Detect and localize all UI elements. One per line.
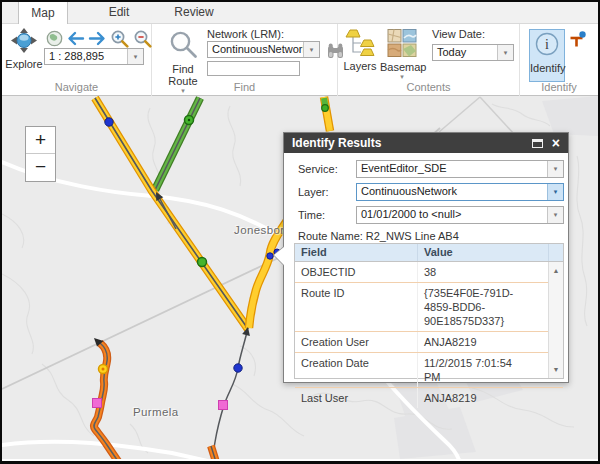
green-route[interactable] [155,98,200,190]
table-row[interactable]: OBJECTID 38 [295,262,563,282]
identify-route-location-icon[interactable] [568,31,587,53]
blue-point-marker [234,364,242,372]
identify-button[interactable]: i Identify [529,29,565,82]
full-extent-globe-icon[interactable] [46,30,63,47]
chevron-down-icon[interactable]: ▾ [547,184,563,200]
zoom-out-icon[interactable] [133,29,153,48]
tab-edit[interactable]: Edit [88,2,150,23]
time-label: Time: [298,206,325,224]
layers-icon [345,42,375,59]
attribute-table: Field Value OBJECTID 38 Route ID {735E4F… [294,243,564,379]
table-row[interactable]: Last User ANJA8219 [295,387,563,408]
maximize-icon[interactable] [532,139,543,148]
panel-title: Identify Results [284,136,532,150]
orange-route[interactable] [93,338,121,459]
pink-square-marker [219,401,228,410]
table-row[interactable]: Creation Date 11/2/2015 7:01:54 PM [295,352,563,387]
group-navigate: Explore [2,24,152,96]
table-scrollbar[interactable]: ▲ ▼ [548,262,563,378]
blue-point-marker [105,118,113,126]
scroll-up-icon[interactable]: ▲ [549,264,563,277]
column-header-value: Value [418,244,548,261]
previous-extent-icon[interactable] [66,31,85,46]
service-label: Service: [298,160,338,178]
minor-gray-roads [439,97,515,135]
chevron-down-icon[interactable]: ▾ [547,207,563,223]
layer-combobox[interactable]: ContinuousNetwork ▾ [356,183,564,201]
identify-results-panel: Identify Results × Service: EventEditor_… [283,132,569,383]
zoom-out-button[interactable]: − [26,154,55,181]
route-name-value: R2_NWS Line AB4 [366,230,459,242]
basemap-icon [387,43,417,60]
zoom-in-icon[interactable] [110,29,130,48]
event-editor-app: Map Edit Review Explore [2,2,598,461]
route-name-label: Route Name: [298,230,363,242]
network-combobox[interactable]: ContinuousNetwork ▾ [207,41,320,58]
panel-titlebar[interactable]: Identify Results × [284,133,568,153]
table-row[interactable]: Creation User ANJA8219 [295,331,563,352]
pink-square-marker [93,399,102,408]
identify-info-icon: i [534,44,560,61]
scroll-down-icon[interactable]: ▼ [549,363,563,376]
explore-icon [9,39,39,56]
green-point-marker [198,258,207,267]
view-date-combobox[interactable]: Today ▾ [432,44,514,61]
group-find: Find Route ▾ Network (LRM): ContinuousNe… [152,24,338,96]
yellow-route-top[interactable] [322,97,330,131]
svg-text:i: i [545,37,549,52]
group-contents: Layers Basemap ▾ [338,24,520,96]
green-point-marker [322,105,329,112]
place-label-purmela: Purmela [133,406,179,418]
zoom-control: + − [25,126,56,182]
chevron-down-icon[interactable]: ▾ [127,49,143,64]
table-row[interactable]: Route ID {735E4F0E-791D-4859-BDD6-90E185… [295,282,563,331]
map-scale-combobox[interactable]: 1 : 288,895 ▾ [44,48,144,65]
column-header-field: Field [295,244,418,261]
chevron-down-icon[interactable]: ▾ [547,161,563,177]
explore-button[interactable]: Explore [4,28,44,70]
view-date-label: View Date: [432,28,485,40]
next-extent-icon[interactable] [88,31,107,46]
map-canvas[interactable]: Jonesboro Purmela + − Identify Results ×… [2,96,598,459]
chevron-down-icon[interactable]: ▾ [497,45,513,60]
route-value-input[interactable] [207,61,300,76]
layers-button[interactable]: Layers [342,29,378,72]
ribbon: Explore [2,24,598,96]
basemap-button[interactable]: Basemap ▾ [380,29,424,80]
service-combobox[interactable]: EventEditor_SDE ▾ [356,160,564,178]
close-icon[interactable]: × [552,134,560,152]
app-window: Map Edit Review Explore [0,0,600,464]
ribbon-tabbar: Map Edit Review [2,2,598,24]
time-combobox[interactable]: 01/01/2000 to <null> ▾ [356,206,564,224]
yellow-route-main[interactable] [95,98,248,329]
tab-map[interactable]: Map [18,2,68,24]
route-name-row: Route Name:R2_NWS Line AB4 [298,230,459,242]
group-identify: i Identify Identify [520,24,598,96]
find-route-magnifier-icon [169,45,198,62]
chevron-down-icon: ▾ [380,73,424,80]
zoom-in-button[interactable]: + [26,127,55,154]
network-lrm-label: Network (LRM): [207,28,284,40]
attribute-table-header: Field Value [295,244,563,262]
chevron-down-icon[interactable]: ▾ [303,42,319,57]
layer-label: Layer: [298,183,329,201]
tab-review[interactable]: Review [158,2,230,23]
